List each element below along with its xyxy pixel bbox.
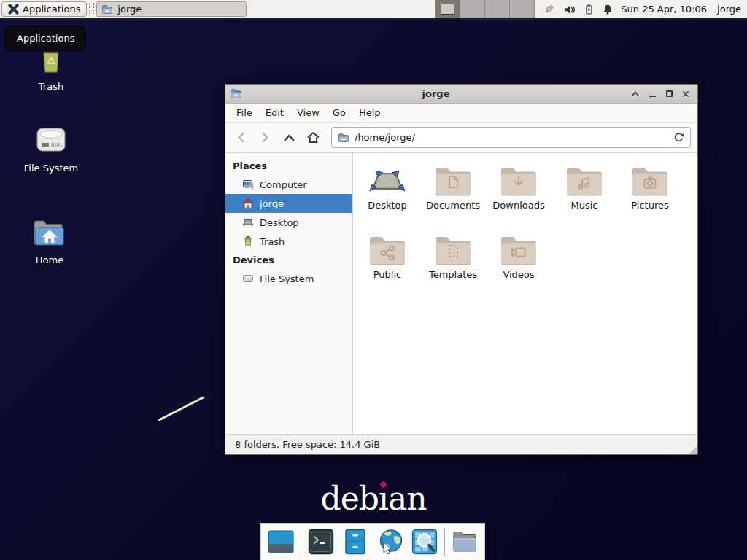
file-item-videos[interactable]: Videos [486,233,551,302]
statusbar-text: 8 folders, Free space: 14.4 GiB [235,439,380,450]
sidebar-item-trash[interactable]: Trash [225,232,352,251]
home-icon [242,198,254,209]
file-item-downloads[interactable]: Downloads [486,163,551,233]
videos-folder-icon [499,233,538,266]
menu-go[interactable]: Go [326,105,352,120]
dock-terminal-button[interactable] [306,526,337,559]
minimize-button[interactable] [646,88,658,100]
up-button[interactable] [280,128,298,147]
file-item-label: Pictures [631,200,668,211]
sidebar-item-label: File System [260,273,314,284]
desktop-icon-label: Trash [39,81,63,92]
workspace-4[interactable] [509,0,534,18]
applications-menu-label: Applications [23,4,80,15]
sidebar-item-jorge[interactable]: jorge [225,194,352,213]
home-button[interactable] [304,128,322,147]
workspace-2[interactable] [460,0,484,18]
file-item-desktop[interactable]: Desktop [355,163,420,233]
resize-grip[interactable] [689,446,697,454]
menu-file[interactable]: File [230,105,259,120]
file-item-label: Public [374,269,401,280]
dock-directory-menu-button[interactable] [449,526,481,559]
sidebar-item-file-system[interactable]: File System [225,269,352,288]
drive-icon [242,273,254,284]
back-button[interactable] [232,128,249,147]
debian-logo-i: ı [379,480,388,517]
folder-icon [101,4,113,15]
public-folder-icon [368,233,407,266]
forward-icon [260,131,270,144]
pictures-folder-icon [630,163,670,197]
show-desktop-icon [267,528,295,556]
reload-icon[interactable] [673,132,684,143]
up-icon [283,133,295,142]
menu-edit[interactable]: Edit [259,105,290,120]
dock-show-desktop-button[interactable] [265,526,296,559]
maximize-button[interactable] [663,88,675,100]
sidebar-item-label: Trash [260,236,285,247]
dock-file-manager-button[interactable] [340,526,371,559]
panel-separator-handle[interactable] [89,3,94,15]
file-item-templates[interactable]: Templates [420,233,486,302]
window-titlebar[interactable]: jorge [225,85,697,104]
documents-folder-icon [433,163,473,197]
back-icon [236,131,246,144]
panel-clock: Sun 25 Apr, 10:06 [621,4,707,15]
dock-separator [301,528,301,556]
taskbar-window-button[interactable]: jorge [96,1,247,17]
dock-web-browser-button[interactable] [374,526,406,559]
file-item-label: Music [571,200,598,211]
file-item-pictures[interactable]: Pictures [617,163,683,233]
file-item-documents[interactable]: Documents [420,163,486,233]
workspace-window-preview [441,4,454,15]
stray-line-artifact [158,396,205,421]
templates-folder-icon [433,233,473,266]
sidebar-item-computer[interactable]: Computer [225,175,352,194]
file-manager-window: jorge File Edit View Go [225,84,698,455]
menu-help[interactable]: Help [352,105,387,120]
downloads-folder-icon [499,163,538,197]
window-controls [630,88,692,100]
file-cabinet-icon [341,528,369,556]
directory-menu-folder-icon [451,528,479,556]
sidebar-item-label: Computer [260,179,307,190]
files-grid: Desktop Documents [353,153,697,302]
file-item-label: Documents [426,200,480,211]
toolbar [225,122,697,153]
notifications-bell-icon[interactable] [602,4,614,15]
desktop-icon [242,217,254,228]
battery-icon[interactable] [583,4,595,15]
desktop-icon-label: File System [24,163,78,174]
shade-button[interactable] [630,88,641,100]
sidebar-item-desktop[interactable]: Desktop [225,213,352,232]
path-input[interactable] [355,132,668,143]
workspace-1[interactable] [435,0,460,18]
window-title: jorge [242,88,630,99]
desktop-icon-file-system[interactable]: File System [15,122,88,174]
dock-application-finder-button[interactable] [409,526,440,559]
close-button[interactable] [680,88,692,100]
hard-drive-icon [33,122,69,158]
file-item-label: Downloads [492,200,544,211]
window-folder-icon [230,88,242,100]
terminal-icon [307,528,335,556]
workspace-3[interactable] [484,0,509,18]
applications-menu-button[interactable]: Applications [1,1,87,17]
file-item-public[interactable]: Public [355,233,420,302]
removable-media-icon[interactable] [542,3,557,15]
desktop-icon-home[interactable]: Home [13,217,86,265]
menu-view[interactable]: View [290,105,326,120]
file-item-music[interactable]: Music [551,163,617,233]
dock-separator [444,528,445,556]
trash-icon [242,236,254,247]
sidebar-devices-header: Devices [225,251,352,269]
panel-username: jorge [717,4,741,15]
volume-icon[interactable] [564,4,576,15]
web-browser-globe-icon [376,528,404,556]
forward-button[interactable] [256,128,274,147]
music-folder-icon [565,163,604,197]
close-icon [682,90,689,98]
sidebar-item-label: jorge [260,198,284,209]
window-body: Places Computer [225,153,697,434]
home-icon [306,131,320,144]
